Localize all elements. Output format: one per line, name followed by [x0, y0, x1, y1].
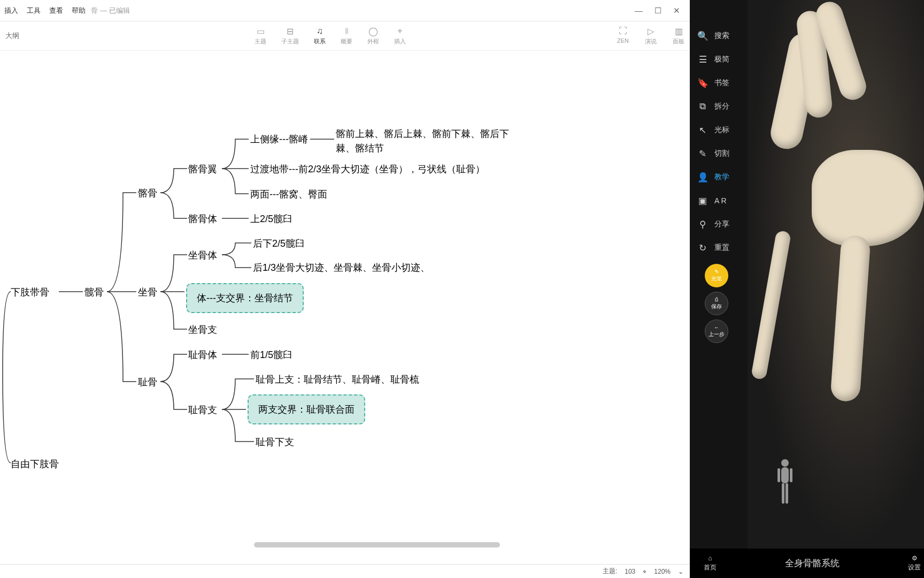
node-ilium-w3[interactable]: 两面---髂窝、臀面: [250, 188, 327, 201]
side-share[interactable]: ⚲分享: [690, 212, 748, 236]
node-free[interactable]: 自由下肢骨: [11, 458, 59, 470]
node-ischium[interactable]: 坐骨: [138, 286, 157, 299]
side-reset[interactable]: ↻重置: [690, 236, 748, 260]
search-icon: 🔍: [697, 31, 708, 41]
reset-icon: ↻: [697, 242, 708, 253]
node-ilium-w2[interactable]: 过渡地带---前2/3坐骨大切迹（坐骨），弓状线（耻骨）: [250, 163, 485, 176]
home-icon: ⌂: [708, 554, 712, 562]
node-pubis-ramus[interactable]: 耻骨支: [188, 404, 217, 416]
map-icon[interactable]: ⌖: [643, 568, 646, 575]
cut-icon: ✎: [697, 148, 708, 159]
menu-tools[interactable]: 工具: [27, 6, 41, 16]
side-search[interactable]: 🔍搜索: [690, 24, 748, 48]
side-cut[interactable]: ✎切割: [690, 142, 748, 165]
ar-icon: ▣: [697, 195, 708, 206]
doc-state: — 已编辑: [100, 6, 130, 16]
summary-icon: ⦀: [342, 26, 351, 36]
side-ar[interactable]: ▣A R: [690, 189, 748, 212]
side-split[interactable]: ⧉拆分: [690, 95, 748, 118]
node-pubis-sup[interactable]: 耻骨上支：耻骨结节、耻骨嵴、耻骨梳: [256, 373, 419, 386]
prev-button[interactable]: ←上一步: [705, 320, 728, 343]
anatomy-app: 🔍搜索 ☰极简 🔖书签 ⧉拆分 ↖光标 ✎切割 👤教学 ▣A R ⚲分享 ↻重置…: [690, 0, 924, 578]
svg-rect-5: [790, 468, 792, 482]
insert-icon: +: [395, 26, 405, 36]
zoom-level[interactable]: 120%: [654, 568, 671, 575]
zoom-dropdown-icon[interactable]: ⌄: [678, 568, 683, 575]
back-icon: ←: [714, 324, 719, 330]
side-cursor[interactable]: ↖光标: [690, 118, 748, 142]
tool-present[interactable]: ▷演说: [645, 26, 657, 45]
maximize-icon[interactable]: ☐: [654, 6, 661, 16]
anatomy-sidebar: 🔍搜索 ☰极简 🔖书签 ⧉拆分 ↖光标 ✎切割 👤教学 ▣A R ⚲分享 ↻重置…: [690, 0, 748, 578]
simple-icon: ☰: [697, 54, 708, 65]
side-simple[interactable]: ☰极简: [690, 48, 748, 71]
node-ilium-body[interactable]: 髂骨体: [188, 212, 217, 225]
node-ischium-highlight[interactable]: 体---支交界：坐骨结节: [186, 283, 304, 313]
mini-figure-icon[interactable]: [774, 458, 796, 506]
pen-button[interactable]: ✎光笔: [705, 264, 728, 287]
tool-group-main: ▭主题 ⊟子主题 ♫联系 ⦀概要 ◯外框 +插入: [255, 26, 406, 45]
menu-view[interactable]: 查看: [49, 6, 63, 16]
minimize-icon[interactable]: —: [635, 6, 643, 16]
side-teach[interactable]: 👤教学: [690, 165, 748, 189]
node-ischium-ramus[interactable]: 坐骨支: [188, 323, 217, 336]
tool-topic[interactable]: ▭主题: [255, 26, 266, 45]
tool-boundary[interactable]: ◯外框: [367, 26, 379, 45]
svg-rect-4: [777, 468, 780, 482]
tool-summary[interactable]: ⦀概要: [341, 26, 352, 45]
tool-zen[interactable]: ⛶ZEN: [617, 26, 629, 45]
split-icon: ⧉: [697, 101, 708, 112]
skeleton-3d-view[interactable]: [748, 0, 924, 549]
save-button[interactable]: ⎙保存: [705, 292, 728, 315]
panel-icon: ▥: [674, 26, 683, 36]
node-ischium-body[interactable]: 坐骨体: [188, 249, 217, 262]
node-ilium-w1[interactable]: 上侧缘---髂嵴: [250, 133, 308, 146]
svg-point-0: [781, 459, 789, 467]
cursor-icon: ↖: [697, 125, 708, 135]
menu-insert[interactable]: 插入: [4, 6, 18, 16]
home-button[interactable]: ⌂首页: [704, 554, 717, 572]
present-icon: ▷: [646, 26, 656, 36]
doc-name: 骨: [91, 6, 98, 16]
node-ilium-wing[interactable]: 髂骨翼: [188, 163, 217, 176]
zen-icon: ⛶: [618, 26, 628, 36]
node-root[interactable]: 下肢带骨: [11, 286, 49, 299]
tool-subtopic[interactable]: ⊟子主题: [281, 26, 299, 45]
relation-icon: ♫: [315, 26, 325, 36]
titlebar: 插入 工具 查看 帮助 骨 — 已编辑 — ☐ ✕: [0, 0, 690, 21]
node-pubis-body-detail[interactable]: 前1/5髋臼: [250, 348, 292, 361]
anatomy-title: 全身骨骼系统: [717, 557, 908, 569]
node-hip[interactable]: 髋骨: [84, 286, 104, 299]
tool-insert[interactable]: +插入: [394, 26, 406, 45]
toolbar: 大纲 ▭主题 ⊟子主题 ♫联系 ⦀概要 ◯外框 +插入 ⛶ZEN ▷演说 ▥面板: [0, 21, 690, 51]
node-pubis[interactable]: 耻骨: [138, 376, 157, 389]
node-pubis-highlight[interactable]: 两支交界：耻骨联合面: [248, 394, 365, 424]
node-ilium[interactable]: 髂骨: [138, 187, 157, 200]
outline-toggle[interactable]: 大纲: [5, 31, 19, 41]
svg-rect-3: [786, 483, 788, 504]
tool-relation[interactable]: ♫联系: [314, 26, 326, 45]
settings-button[interactable]: ⚙设置: [908, 554, 921, 572]
menu-help[interactable]: 帮助: [72, 6, 86, 16]
teach-icon: 👤: [697, 172, 708, 182]
side-bookmark[interactable]: 🔖书签: [690, 71, 748, 95]
status-bar: 主题: 103 ⌖ 120% ⌄: [0, 564, 690, 578]
mindmap-canvas[interactable]: 下肢带骨 自由下肢骨 髋骨 髂骨 髂骨翼 髂骨体 上侧缘---髂嵴 髂前上棘、髂…: [0, 51, 690, 564]
subtopic-icon: ⊟: [286, 26, 295, 36]
tool-group-right: ⛶ZEN ▷演说 ▥面板: [617, 26, 684, 45]
tool-panel[interactable]: ▥面板: [673, 26, 684, 45]
pen-icon: ✎: [714, 269, 719, 275]
horizontal-scrollbar[interactable]: [0, 542, 690, 550]
save-icon: ⎙: [715, 296, 718, 302]
node-ischium-b1[interactable]: 后下2/5髋臼: [253, 237, 305, 250]
scrollbar-thumb[interactable]: [254, 542, 500, 547]
node-ilium-w1-detail[interactable]: 髂前上棘、髂后上棘、髂前下棘、髂后下棘、髂结节: [336, 127, 518, 156]
share-icon: ⚲: [697, 219, 708, 230]
node-ischium-b2[interactable]: 后1/3坐骨大切迹、坐骨棘、坐骨小切迹、: [253, 261, 430, 274]
mindmap-app: 插入 工具 查看 帮助 骨 — 已编辑 — ☐ ✕ 大纲 ▭主题 ⊟子主题 ♫联…: [0, 0, 690, 578]
node-ilium-body-detail[interactable]: 上2/5髋臼: [250, 212, 292, 225]
bookmark-icon: 🔖: [697, 78, 708, 88]
node-pubis-inf[interactable]: 耻骨下支: [256, 436, 294, 448]
node-pubis-body[interactable]: 耻骨体: [188, 348, 217, 361]
close-icon[interactable]: ✕: [673, 6, 680, 16]
